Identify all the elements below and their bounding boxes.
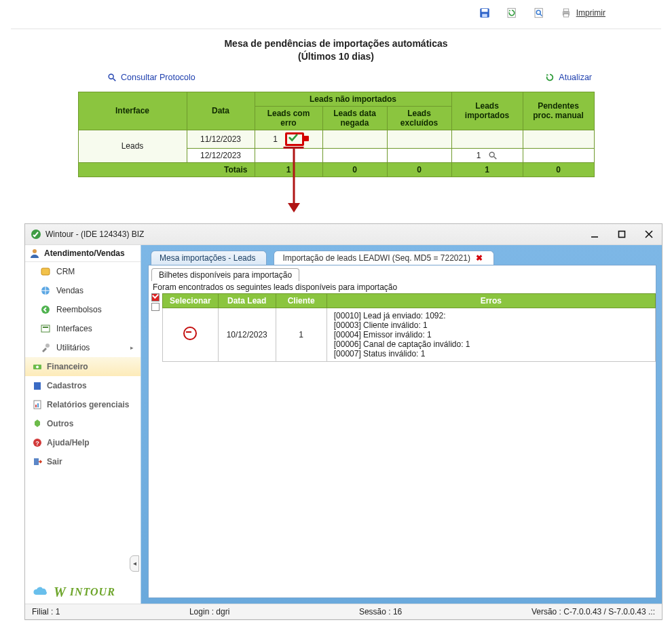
blocked-icon bbox=[183, 327, 197, 340]
sidebar-section-relatorios[interactable]: Relatórios gerenciais bbox=[25, 395, 141, 414]
cell-pendentes bbox=[523, 130, 594, 148]
refresh-icon bbox=[545, 73, 555, 82]
sidebar-section-cadastros[interactable]: Cadastros bbox=[25, 376, 141, 395]
sidebar-section-outros[interactable]: Outros bbox=[25, 414, 141, 433]
col-group-not-imported: Leads não importados bbox=[255, 92, 451, 106]
col-interface: Interface bbox=[78, 92, 187, 130]
approve-icon[interactable] bbox=[285, 132, 304, 146]
sidebar-item-interfaces[interactable]: Interfaces bbox=[25, 319, 141, 338]
interface-icon bbox=[40, 323, 51, 334]
status-versao: Versão : C-7.0.0.43 / S-7.0.0.43 .:: bbox=[531, 607, 655, 616]
annotation-arrow bbox=[293, 147, 295, 203]
pendency-table: Interface Data Leads não importados Lead… bbox=[78, 92, 595, 177]
tools-icon bbox=[40, 342, 51, 353]
svg-rect-20 bbox=[41, 268, 50, 275]
svg-rect-34 bbox=[34, 458, 39, 465]
search-icon bbox=[107, 73, 117, 82]
minimize-button[interactable] bbox=[587, 227, 602, 242]
sidebar-section-financeiro[interactable]: Financeiro bbox=[25, 357, 141, 376]
svg-line-13 bbox=[494, 157, 497, 160]
sidebar-item-utilitarios[interactable]: Utilitários ▸ bbox=[25, 338, 141, 357]
svg-rect-24 bbox=[43, 327, 48, 328]
col-erros: Erros bbox=[326, 293, 655, 308]
svg-rect-1 bbox=[481, 9, 487, 12]
refresh-label: Atualizar bbox=[559, 73, 592, 82]
tab-importacao-leads[interactable]: Importação de leads LEADWI (Seq. MD5 = 7… bbox=[274, 251, 493, 265]
search-page-icon[interactable] bbox=[533, 7, 545, 19]
maximize-button[interactable] bbox=[614, 227, 629, 242]
cell-excluidos bbox=[387, 130, 451, 148]
cell-selecionar[interactable] bbox=[163, 308, 219, 361]
close-tab-icon[interactable]: ✖ bbox=[476, 253, 483, 263]
grid-row[interactable]: 10/12/2023 1 [00010] Lead já enviado: 10… bbox=[163, 308, 656, 361]
sidebar-section-sair[interactable]: Sair bbox=[25, 452, 141, 471]
col-cliente: Cliente bbox=[276, 293, 326, 308]
sidebar-collapse-button[interactable]: ◂ bbox=[130, 555, 139, 572]
cell-data-negada bbox=[322, 130, 387, 148]
report-toolbar: Imprimir bbox=[5, 4, 667, 22]
sidebar: Atendimento/Vendas CRM Vendas Reembolsos… bbox=[25, 245, 141, 604]
cell-com-erro: 1 bbox=[255, 130, 322, 148]
cell-cliente: 1 bbox=[276, 308, 326, 361]
table-row: Leads 11/12/2023 1 bbox=[78, 130, 594, 148]
sidebar-item-vendas[interactable]: Vendas bbox=[25, 281, 141, 300]
svg-point-25 bbox=[45, 344, 50, 348]
back-icon bbox=[40, 304, 51, 315]
help-icon: ? bbox=[32, 437, 43, 448]
status-login: Login : dgri bbox=[189, 607, 229, 616]
sidebar-section-label: Relatórios gerenciais bbox=[47, 400, 129, 409]
cell-importados: 1 bbox=[451, 148, 523, 162]
sidebar-section-ajuda[interactable]: ? Ajuda/Help bbox=[25, 433, 141, 452]
svg-rect-30 bbox=[35, 405, 37, 407]
svg-rect-23 bbox=[41, 325, 50, 332]
error-line: [00006] Canal de captação inválido: 1 bbox=[334, 339, 648, 349]
save-icon[interactable] bbox=[479, 7, 491, 19]
col-excluidos: Leads excluídos bbox=[387, 106, 451, 130]
statusbar: Filial : 1 Login : dgri Sessão : 16 Vers… bbox=[25, 604, 662, 619]
globe-icon bbox=[40, 285, 51, 296]
svg-rect-8 bbox=[563, 9, 569, 12]
person-icon bbox=[29, 248, 40, 259]
printer-icon bbox=[560, 7, 572, 19]
error-line: [00004] Emissor inválido: 1 bbox=[334, 330, 648, 339]
sidebar-item-crm[interactable]: CRM bbox=[25, 262, 141, 281]
col-imported: Leads importados bbox=[451, 92, 523, 130]
select-all-unchecked[interactable] bbox=[151, 303, 160, 311]
divider bbox=[11, 29, 661, 29]
sidebar-section-label: Outros bbox=[47, 419, 73, 428]
sidebar-item-label: Vendas bbox=[56, 286, 83, 295]
cell-data-negada bbox=[322, 148, 387, 162]
svg-line-11 bbox=[113, 79, 116, 81]
inner-tab-bilhetes[interactable]: Bilhetes disponíveis para importação bbox=[151, 268, 299, 281]
select-all-column bbox=[151, 293, 161, 311]
tab-mesa-importacoes[interactable]: Mesa importações - Leads bbox=[151, 251, 267, 265]
main-panel: Bilhetes disponíveis para importação For… bbox=[148, 265, 656, 598]
report-title-line1: Mesa de pendências de importações automá… bbox=[5, 37, 667, 50]
status-filial: Filial : 1 bbox=[32, 607, 60, 616]
search-icon[interactable] bbox=[488, 151, 498, 160]
print-link[interactable]: Imprimir bbox=[560, 7, 605, 19]
col-data-lead: Data Lead bbox=[218, 293, 276, 308]
refresh-page-icon[interactable] bbox=[506, 7, 518, 19]
content-area: Mesa importações - Leads Importação de l… bbox=[141, 245, 662, 604]
col-data-negada: Leads data negada bbox=[322, 106, 387, 130]
cell-interface: Leads bbox=[78, 130, 187, 162]
tab-label: Importação de leads LEADWI (Seq. MD5 = 7… bbox=[282, 253, 470, 263]
sidebar-section-label: Cadastros bbox=[47, 381, 87, 390]
svg-point-12 bbox=[489, 152, 494, 157]
svg-text:?: ? bbox=[35, 440, 39, 447]
close-button[interactable] bbox=[641, 227, 656, 242]
window-title: Wintour - (IDE 124343) BIZ bbox=[45, 229, 144, 239]
misc-icon bbox=[32, 418, 43, 429]
consult-protocol-link[interactable]: Consultar Protocolo bbox=[107, 73, 195, 82]
refresh-link[interactable]: Atualizar bbox=[545, 73, 592, 82]
select-all-checked[interactable] bbox=[151, 293, 160, 301]
sidebar-header-label: Atendimento/Vendas bbox=[44, 248, 125, 258]
sidebar-item-label: CRM bbox=[56, 267, 75, 276]
money-icon bbox=[32, 361, 43, 372]
cloud-icon bbox=[32, 587, 50, 597]
col-data: Data bbox=[187, 92, 255, 130]
sidebar-item-reembolsos[interactable]: Reembolsos bbox=[25, 300, 141, 319]
totals-importados: 1 bbox=[451, 162, 523, 177]
panel-subtitle: Foram encontrados os seguintes leads dis… bbox=[149, 281, 656, 293]
